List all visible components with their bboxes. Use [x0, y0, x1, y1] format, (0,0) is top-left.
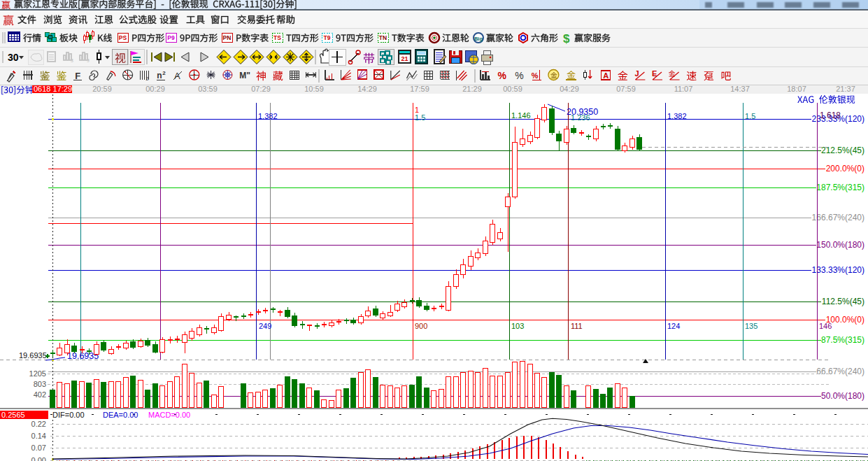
svg-text:M": M" — [239, 71, 250, 80]
svg-text:18:07: 18:07 — [787, 85, 806, 93]
svg-text:402: 402 — [34, 390, 46, 399]
svg-text:1205: 1205 — [29, 369, 46, 378]
svg-text:0.2565: 0.2565 — [1, 411, 25, 419]
svg-text:87.5%(315): 87.5%(315) — [821, 335, 865, 345]
svg-text:03:59: 03:59 — [198, 85, 218, 93]
svg-text:1.146: 1.146 — [511, 111, 531, 120]
svg-text:21:37: 21:37 — [836, 85, 855, 93]
svg-text:1.5: 1.5 — [745, 112, 755, 120]
svg-text:A: A — [603, 71, 609, 80]
svg-text:TS: TS — [273, 34, 281, 41]
svg-text:249: 249 — [259, 322, 271, 330]
svg-text:J: J — [634, 69, 639, 78]
svg-text:1.5: 1.5 — [415, 113, 425, 122]
svg-text:1.618: 1.618 — [820, 111, 841, 120]
svg-text:20:59: 20:59 — [92, 85, 112, 93]
svg-text:DEA=0.00: DEA=0.00 — [103, 411, 138, 419]
svg-text:50.0%(180): 50.0%(180) — [821, 391, 865, 401]
svg-text:111: 111 — [571, 322, 583, 330]
svg-text:0.22: 0.22 — [31, 420, 46, 428]
svg-text:T9: T9 — [324, 34, 331, 41]
svg-text:19.6935: 19.6935 — [19, 351, 47, 360]
svg-text:187.5%(315): 187.5%(315) — [816, 183, 865, 192]
svg-text:1.382: 1.382 — [258, 112, 278, 120]
svg-text:Big: Big — [474, 36, 483, 42]
svg-text:124: 124 — [667, 322, 680, 330]
svg-text:20.9350: 20.9350 — [567, 107, 598, 117]
svg-text:MACD=0.00: MACD=0.00 — [148, 411, 190, 419]
svg-text:$: $ — [563, 32, 570, 45]
svg-text:14:29: 14:29 — [357, 85, 377, 93]
svg-text:10:59: 10:59 — [304, 85, 324, 93]
svg-text:30: 30 — [8, 52, 19, 63]
svg-text:0.00: 0.00 — [31, 456, 46, 461]
svg-text:21: 21 — [401, 55, 408, 62]
svg-text:803: 803 — [34, 380, 46, 388]
svg-text:P9: P9 — [167, 34, 175, 41]
svg-text:%: % — [532, 71, 539, 80]
svg-text:00:59: 00:59 — [503, 85, 522, 93]
svg-text:1.382: 1.382 — [667, 112, 687, 120]
svg-text:900: 900 — [415, 322, 427, 330]
svg-text:2: 2 — [162, 70, 166, 76]
svg-text:103: 103 — [511, 322, 524, 330]
svg-text:135: 135 — [745, 322, 757, 330]
svg-text:2: 2 — [145, 76, 148, 81]
svg-text:133.33%(120): 133.33%(120) — [812, 265, 865, 275]
svg-text:11:07: 11:07 — [674, 85, 693, 93]
svg-text:200.0%(0): 200.0%(0) — [826, 164, 865, 173]
svg-text:166.67%(240): 166.67%(240) — [812, 213, 865, 222]
svg-text:07:59: 07:59 — [616, 85, 636, 93]
svg-text:%: % — [498, 70, 507, 81]
svg-text:07:29: 07:29 — [251, 85, 271, 93]
svg-text:3: 3 — [71, 58, 73, 63]
svg-text:PS: PS — [119, 34, 127, 41]
svg-text:0.14: 0.14 — [31, 432, 46, 440]
svg-text:00:29: 00:29 — [145, 85, 165, 93]
svg-text:14:37: 14:37 — [730, 85, 750, 93]
svg-text:04:29: 04:29 — [560, 85, 579, 93]
svg-text:66.67%(240): 66.67%(240) — [816, 367, 865, 376]
svg-text:0.07: 0.07 — [31, 444, 46, 452]
svg-text:%: % — [515, 70, 523, 81]
svg-text:17:59: 17:59 — [410, 85, 429, 93]
svg-text:21:29: 21:29 — [462, 85, 482, 93]
svg-text:9: 9 — [87, 58, 90, 63]
svg-text:PN: PN — [223, 34, 232, 41]
svg-text:112.5%(45): 112.5%(45) — [822, 297, 865, 306]
svg-text:TN: TN — [379, 34, 387, 41]
svg-text:n: n — [157, 71, 162, 80]
svg-text:0618 17:29: 0618 17:29 — [34, 85, 72, 93]
svg-text:DIF=0.00: DIF=0.00 — [52, 411, 85, 419]
svg-text:146: 146 — [819, 322, 832, 330]
svg-text:150.0%(180): 150.0%(180) — [816, 240, 865, 250]
